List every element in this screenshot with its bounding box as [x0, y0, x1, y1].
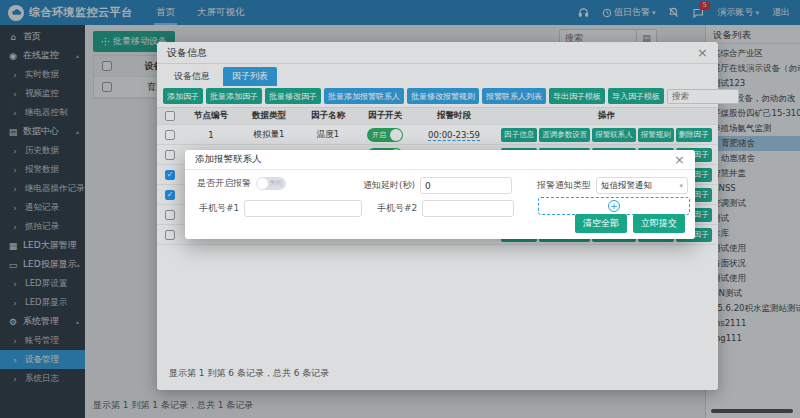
toggle-knob [257, 178, 268, 189]
chevron-down-icon: ▾ [679, 182, 683, 190]
phone1-label: 手机号#1 [199, 202, 239, 215]
add-alarm-contact-title: 添加报警联系人 [195, 153, 262, 166]
alarm-type-value: 短信报警通知 [601, 180, 652, 192]
app-root: 综合环境监控云平台 首页大屏可视化 值日告警 ▾ 5 演示账号 ▾ [0, 0, 800, 418]
notify-delay-input[interactable] [420, 177, 512, 194]
alarm-type-select[interactable]: 短信报警通知 ▾ [596, 177, 688, 194]
add-alarm-contact-modal: 添加报警联系人 × 是否开启报警 关闭 通知延时(秒) 报警通知类型 短信报警通… [185, 150, 695, 239]
plus-icon: + [608, 200, 620, 212]
contact-modal-footer: 清空全部 立即提交 [575, 214, 685, 233]
add-phone-button[interactable]: + [538, 197, 690, 215]
toggle-state-label: 关闭 [269, 179, 282, 187]
phone2-label: 手机号#2 [377, 202, 417, 215]
close-icon[interactable]: × [674, 153, 685, 166]
enable-alarm-label: 是否开启报警 [197, 177, 251, 190]
phone2-input[interactable] [422, 200, 514, 217]
clear-all-button[interactable]: 清空全部 [575, 214, 627, 233]
submit-button[interactable]: 立即提交 [633, 214, 685, 233]
enable-alarm-toggle[interactable]: 关闭 [256, 177, 286, 190]
alarm-contact-form: 是否开启报警 关闭 通知延时(秒) 报警通知类型 短信报警通知 ▾ 手机号#1 [185, 170, 695, 216]
notify-delay-label: 通知延时(秒) [363, 179, 415, 192]
alarm-type-label: 报警通知类型 [537, 179, 591, 192]
add-alarm-contact-header: 添加报警联系人 × [185, 150, 695, 170]
phone1-input[interactable] [244, 200, 362, 217]
